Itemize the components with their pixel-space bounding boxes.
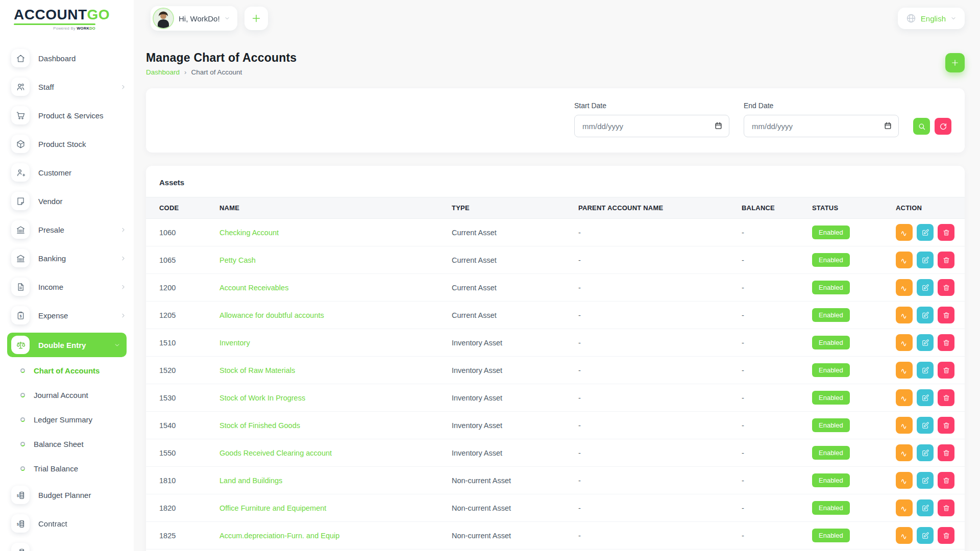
delete-button[interactable] (938, 362, 954, 379)
svg-text:$: $ (19, 314, 21, 318)
sidebar-item-expense[interactable]: $Expense (0, 301, 134, 330)
account-name-link[interactable]: Accum.depreciation-Furn. and Equip (219, 532, 339, 540)
delete-button[interactable] (938, 307, 954, 323)
quick-add-button[interactable] (244, 7, 268, 30)
account-name-link[interactable]: Petty Cash (219, 256, 256, 264)
status-badge: Enabled (812, 391, 850, 405)
globe-icon (906, 13, 916, 23)
end-date-input[interactable] (744, 115, 899, 137)
transactions-button[interactable] (896, 527, 913, 544)
transactions-button[interactable] (896, 279, 913, 296)
account-name-link[interactable]: Stock of Raw Materials (219, 366, 295, 374)
date-filter-card: Start Date End Date (146, 88, 965, 153)
table-row: 1510InventoryInventory Asset--Enabled (146, 329, 965, 357)
account-name-link[interactable]: Office Furniture and Equipement (219, 504, 326, 512)
delete-button[interactable] (938, 224, 954, 241)
account-name-link[interactable]: Land and Buildings (219, 477, 282, 485)
edit-button[interactable] (917, 472, 934, 489)
delete-button[interactable] (938, 279, 954, 296)
edit-button[interactable] (917, 444, 934, 461)
create-account-button[interactable] (945, 53, 965, 72)
sidebar-item-product-services[interactable]: Product & Services (0, 101, 134, 130)
delete-button[interactable] (938, 444, 954, 461)
edit-button[interactable] (917, 279, 934, 296)
sidebar-subitem-ledger-summary[interactable]: Ledger Summary (0, 407, 134, 432)
edit-button[interactable] (917, 527, 934, 544)
sidebar-item-product-stock[interactable]: Product Stock (0, 130, 134, 158)
transactions-button[interactable] (896, 252, 913, 268)
reset-button[interactable] (935, 118, 951, 135)
transactions-button[interactable] (896, 307, 913, 323)
account-name-link[interactable]: Inventory (219, 339, 250, 347)
sidebar-item-dashboard[interactable]: Dashboard (0, 44, 134, 72)
chevron-down-icon (950, 15, 957, 21)
sidebar-item-vendor[interactable]: Vendor (0, 187, 134, 215)
delete-button[interactable] (938, 472, 954, 489)
edit-button[interactable] (917, 362, 934, 379)
edit-button[interactable] (917, 307, 934, 323)
sidebar-subitem-balance-sheet[interactable]: Balance Sheet (0, 432, 134, 456)
delete-button[interactable] (938, 527, 954, 544)
account-name-link[interactable]: Checking Account (219, 229, 279, 237)
cell-status: Enabled (807, 246, 891, 274)
edit-button[interactable] (917, 389, 934, 406)
transactions-button[interactable] (896, 389, 913, 406)
sidebar-item-presale[interactable]: Presale (0, 215, 134, 244)
sidebar-subitem-journal-account[interactable]: Journal Account (0, 383, 134, 407)
status-badge: Enabled (812, 308, 850, 322)
account-name-link[interactable]: Allowance for doubtful accounts (219, 311, 324, 319)
account-name-link[interactable]: Goods Received Clearing account (219, 449, 332, 457)
start-date-input[interactable] (574, 115, 729, 137)
calendar-icon[interactable] (884, 121, 892, 130)
svg-text:$: $ (16, 522, 18, 527)
transactions-button[interactable] (896, 472, 913, 489)
sidebar-item-partial[interactable]: $ (0, 538, 134, 551)
cell-name: Petty Cash (214, 246, 447, 274)
cell-actions (891, 522, 965, 549)
transactions-button[interactable] (896, 499, 913, 516)
cell-balance: - (737, 384, 807, 412)
sidebar-subitem-trial-balance[interactable]: Trial Balance (0, 456, 134, 481)
sidebar-item-label: Double Entry (38, 341, 86, 349)
edit-button[interactable] (917, 417, 934, 434)
cell-actions (891, 246, 965, 274)
delete-button[interactable] (938, 252, 954, 268)
delete-button[interactable] (938, 417, 954, 434)
sidebar-item-banking[interactable]: Banking (0, 244, 134, 272)
language-selector[interactable]: English (898, 8, 965, 29)
cell-parent-account: - (573, 494, 737, 522)
account-name-link[interactable]: Stock of Work In Progress (219, 394, 305, 402)
sidebar-item-customer[interactable]: Customer (0, 158, 134, 187)
cell-type: Inventory Asset (447, 329, 573, 357)
delete-button[interactable] (938, 389, 954, 406)
cell-code: 1060 (146, 219, 214, 246)
edit-button[interactable] (917, 252, 934, 268)
edit-button[interactable] (917, 224, 934, 241)
transactions-button[interactable] (896, 334, 913, 351)
sidebar-subitem-chart-of-accounts[interactable]: Chart of Accounts (0, 358, 134, 383)
breadcrumb-link-dashboard[interactable]: Dashboard (146, 68, 180, 76)
transactions-button[interactable] (896, 444, 913, 461)
delete-button[interactable] (938, 334, 954, 351)
account-name-link[interactable]: Stock of Finished Goods (219, 421, 300, 430)
cell-code: 1820 (146, 494, 214, 522)
transactions-button[interactable] (896, 362, 913, 379)
account-name-link[interactable]: Account Receivables (219, 284, 288, 292)
transactions-button[interactable] (896, 417, 913, 434)
sidebar-item-contract[interactable]: $Contract (0, 509, 134, 538)
sidebar-item-staff[interactable]: Staff (0, 72, 134, 101)
sidebar-item-double-entry[interactable]: Double Entry (7, 333, 127, 357)
edit-button[interactable] (917, 499, 934, 516)
delete-button[interactable] (938, 499, 954, 516)
cell-code: 1530 (146, 384, 214, 412)
calendar-icon[interactable] (714, 121, 723, 130)
transactions-button[interactable] (896, 224, 913, 241)
search-button[interactable] (913, 118, 930, 135)
sidebar-item-income[interactable]: Income (0, 272, 134, 301)
brand-logo[interactable]: ACCOUNTGO Powered By WORKDO (0, 7, 110, 31)
sidebar-item-budget-planner[interactable]: $Budget Planner (0, 481, 134, 509)
user-menu-button[interactable]: Hi, WorkDo! (151, 6, 237, 31)
edit-button[interactable] (917, 334, 934, 351)
cell-parent-account: - (573, 246, 737, 274)
table-row: 1825Accum.depreciation-Furn. and EquipNo… (146, 522, 965, 549)
